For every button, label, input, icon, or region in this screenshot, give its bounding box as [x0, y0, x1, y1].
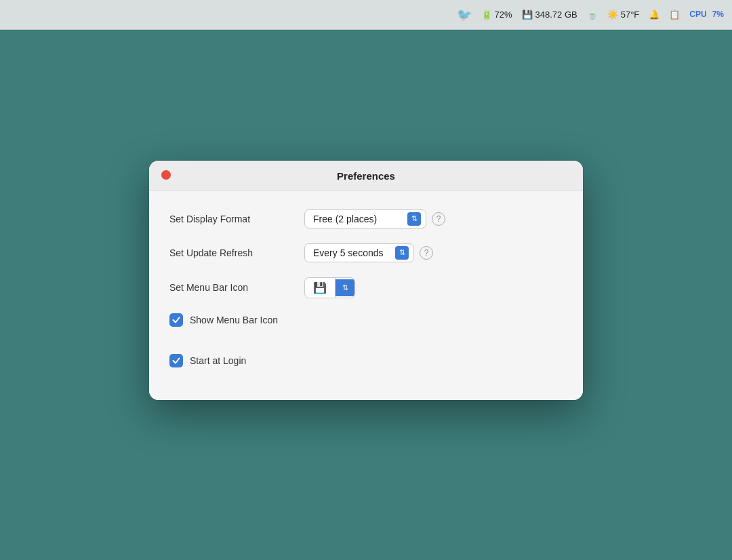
update-refresh-row: Set Update Refresh Every 5 seconds Every…	[169, 243, 563, 262]
spacer	[169, 338, 563, 354]
checkmark-icon-2	[172, 357, 180, 365]
dialog-body: Set Display Format Free (2 places) Free …	[149, 191, 583, 400]
display-format-select[interactable]: Free (2 places) Free (1 place) Used (2 p…	[304, 209, 426, 228]
display-format-select-container: Free (2 places) Free (1 place) Used (2 p…	[304, 209, 426, 228]
show-menubar-icon-checkbox[interactable]	[169, 313, 183, 327]
menubar-icon-display: 💾	[305, 278, 336, 298]
start-at-login-label: Start at Login	[190, 355, 246, 366]
display-format-control: Free (2 places) Free (1 place) Used (2 p…	[304, 209, 445, 228]
menubar-icon-row: Set Menu Bar Icon 💾 ⇅	[169, 277, 563, 298]
display-format-row: Set Display Format Free (2 places) Free …	[169, 209, 563, 228]
show-menubar-icon-row: Show Menu Bar Icon	[169, 313, 563, 327]
dialog-overlay: Preferences Set Display Format Free (2 p…	[0, 0, 732, 560]
update-refresh-control: Every 5 seconds Every 1 second Every 10 …	[304, 243, 433, 262]
update-refresh-select[interactable]: Every 5 seconds Every 1 second Every 10 …	[304, 243, 414, 262]
start-at-login-checkbox[interactable]	[169, 354, 183, 367]
menubar-icon-label: Set Menu Bar Icon	[169, 282, 295, 293]
menubar-icon-stepper[interactable]: ⇅	[336, 279, 354, 296]
disk-icon: 💾	[313, 282, 327, 294]
preferences-dialog: Preferences Set Display Format Free (2 p…	[149, 161, 583, 400]
update-refresh-select-container: Every 5 seconds Every 1 second Every 10 …	[304, 243, 414, 262]
close-button[interactable]	[161, 170, 171, 180]
display-format-label: Set Display Format	[169, 214, 295, 224]
dialog-titlebar: Preferences	[149, 161, 583, 191]
start-at-login-row: Start at Login	[169, 354, 563, 367]
display-format-help-icon[interactable]: ?	[432, 212, 445, 226]
checkmark-icon	[172, 316, 180, 324]
dialog-title: Preferences	[337, 170, 395, 182]
update-refresh-label: Set Update Refresh	[169, 247, 295, 258]
update-refresh-help-icon[interactable]: ?	[420, 246, 433, 260]
menubar-icon-selector: 💾 ⇅	[304, 277, 355, 298]
show-menubar-icon-label: Show Menu Bar Icon	[190, 315, 278, 325]
